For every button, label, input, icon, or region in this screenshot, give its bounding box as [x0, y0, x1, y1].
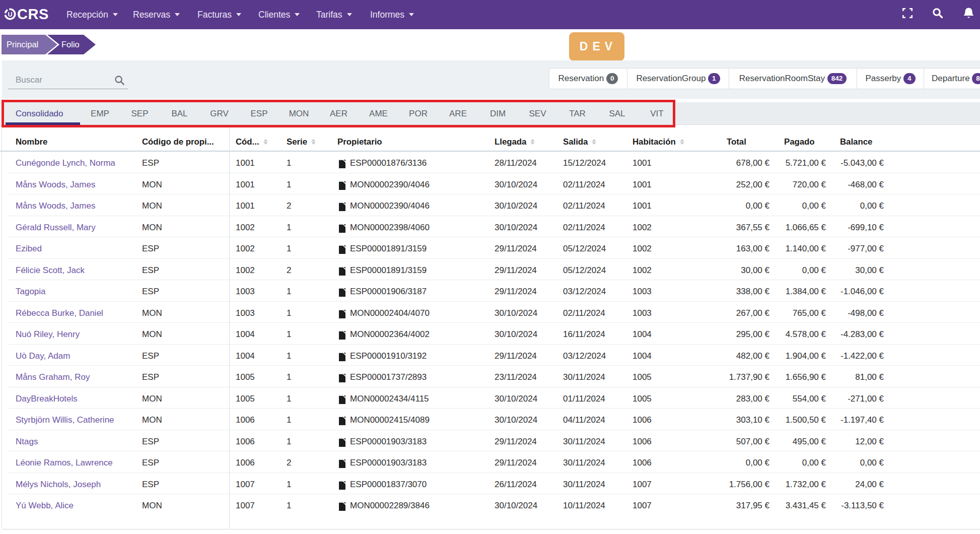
svg-text:U: U — [8, 11, 12, 18]
